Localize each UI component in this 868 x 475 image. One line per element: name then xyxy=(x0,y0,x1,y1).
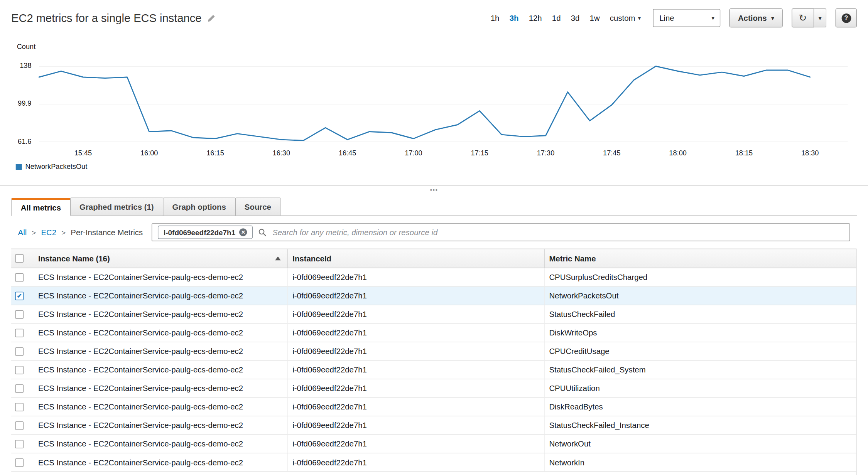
row-checkbox[interactable] xyxy=(15,366,24,374)
breadcrumb-item-all[interactable]: All xyxy=(18,228,27,237)
row-checkbox-cell xyxy=(11,361,34,379)
tab-graph-options[interactable]: Graph options xyxy=(163,197,236,216)
y-axis-tick-label: 99.9 xyxy=(6,99,32,107)
row-checkbox-cell xyxy=(11,305,34,323)
time-range-1h[interactable]: 1h xyxy=(491,13,500,22)
table-row[interactable]: ECS Instance - EC2ContainerService-paulg… xyxy=(11,398,856,416)
cell-instance-name: ECS Instance - EC2ContainerService-paulg… xyxy=(34,379,288,398)
time-range-group: 1h3h12h1d3d1w xyxy=(481,13,600,22)
edit-title-icon[interactable] xyxy=(207,14,216,22)
table-row[interactable]: ECS Instance - EC2ContainerService-paulg… xyxy=(11,361,856,379)
table-row[interactable]: ECS Instance - EC2ContainerService-paulg… xyxy=(11,435,856,453)
column-header-instance-name[interactable]: Instance Name (16) xyxy=(34,249,288,268)
table-body: ECS Instance - EC2ContainerService-paulg… xyxy=(11,268,856,475)
table-row[interactable]: ECS Instance - EC2ContainerService-paulg… xyxy=(11,453,856,472)
row-checkbox[interactable] xyxy=(15,440,24,448)
resize-handle-icon[interactable]: ••• xyxy=(0,186,868,194)
breadcrumb-item-ec2[interactable]: EC2 xyxy=(41,228,56,237)
cell-metric-name: StatusCheckFailed_System xyxy=(545,361,856,379)
row-checkbox[interactable] xyxy=(15,347,24,355)
actions-button[interactable]: Actions ▾ xyxy=(730,8,782,27)
cell-instance-id: i-0fd069eedf22de7h1 xyxy=(288,416,545,435)
table-row[interactable]: ECS Instance - EC2ContainerService-paulg… xyxy=(11,324,856,342)
row-checkbox-cell xyxy=(11,416,34,435)
table-row[interactable]: ECS Instance - EC2ContainerService-paulg… xyxy=(11,305,856,324)
table-row-partial xyxy=(11,472,856,475)
row-checkbox[interactable] xyxy=(15,328,24,337)
cell-instance-id: i-0fd069eedf22de7h1 xyxy=(288,398,545,416)
cell-instance-name: ECS Instance - EC2ContainerService-paulg… xyxy=(34,416,288,435)
table-row[interactable]: ECS Instance - EC2ContainerService-paulg… xyxy=(11,379,856,398)
row-checkbox-checked[interactable]: ✔ xyxy=(15,291,24,300)
x-axis-tick-label: 17:00 xyxy=(405,149,422,157)
x-axis-tick-label: 16:45 xyxy=(339,149,356,157)
cell-instance-id: i-0fd069eedf22de7h1 xyxy=(288,268,545,286)
time-range-3d[interactable]: 3d xyxy=(571,13,580,22)
row-checkbox[interactable] xyxy=(15,384,24,392)
tab-graphed-metrics-1[interactable]: Graphed metrics (1) xyxy=(70,197,163,216)
help-icon: ? xyxy=(841,13,851,23)
cell-metric-name: NetworkIn xyxy=(545,453,856,472)
row-checkbox[interactable] xyxy=(15,310,24,318)
page-title: EC2 metrics for a single ECS instance xyxy=(11,12,201,24)
filter-pill: i-0fd069eedf22de7h1 ✕ xyxy=(158,226,253,239)
cell-instance-id: i-0fd069eedf22de7h1 xyxy=(288,305,545,323)
cell-instance-name: ECS Instance - EC2ContainerService-paulg… xyxy=(34,398,288,416)
time-range-1d[interactable]: 1d xyxy=(552,13,561,22)
custom-range-dropdown[interactable]: custom ▾ xyxy=(610,13,641,22)
refresh-split-button: ↻ ▾ xyxy=(792,8,827,27)
legend-swatch xyxy=(16,163,22,170)
tab-all-metrics[interactable]: All metrics xyxy=(11,198,71,216)
breadcrumb-item-per-instance-metrics: Per-Instance Metrics xyxy=(71,228,143,237)
select-all-checkbox[interactable] xyxy=(15,254,24,263)
cell-metric-name: CPUSurplusCreditsCharged xyxy=(545,268,856,286)
chart-section: Count NetworkPacketsOut 13899.961.615:45… xyxy=(0,36,868,180)
table-row[interactable]: ECS Instance - EC2ContainerService-paulg… xyxy=(11,342,856,361)
cell-metric-name: DiskWriteOps xyxy=(545,324,856,342)
column-header-label: Instance Name (16) xyxy=(38,254,110,263)
time-range-1w[interactable]: 1w xyxy=(590,13,600,22)
cell-metric-name: DiskReadBytes xyxy=(545,398,856,416)
help-button[interactable]: ? xyxy=(836,8,857,27)
table-row[interactable]: ✔ECS Instance - EC2ContainerService-paul… xyxy=(11,287,856,305)
row-checkbox[interactable] xyxy=(15,273,24,281)
table-row[interactable]: ECS Instance - EC2ContainerService-paulg… xyxy=(11,268,856,287)
cell-instance-id: i-0fd069eedf22de7h1 xyxy=(288,287,545,305)
y-axis-tick-label: 138 xyxy=(6,62,32,69)
x-axis-tick-label: 16:15 xyxy=(206,149,224,157)
x-axis-tick-label: 18:00 xyxy=(669,149,687,157)
x-axis-tick-label: 18:30 xyxy=(801,149,819,157)
legend-item[interactable]: NetworkPacketsOut xyxy=(16,163,88,170)
time-range-3h[interactable]: 3h xyxy=(510,13,519,22)
refresh-button[interactable]: ↻ xyxy=(792,8,814,27)
cell-instance-name: ECS Instance - EC2ContainerService-paulg… xyxy=(34,361,288,379)
breadcrumb-separator-icon: > xyxy=(32,228,36,237)
x-axis-tick-label: 17:15 xyxy=(471,149,488,157)
column-header-instance-id[interactable]: InstanceId xyxy=(288,249,545,268)
refresh-options-button[interactable]: ▾ xyxy=(814,8,826,27)
search-input[interactable] xyxy=(272,228,844,237)
row-checkbox-cell xyxy=(11,435,34,453)
cell-metric-name: StatusCheckFailed xyxy=(545,305,856,323)
tab-source[interactable]: Source xyxy=(235,197,281,216)
chart-type-value: Line xyxy=(659,13,674,22)
time-range-12h[interactable]: 12h xyxy=(529,13,542,22)
chart-type-select[interactable]: Line ▾ xyxy=(653,9,721,27)
metrics-browser-bar: All>EC2>Per-Instance Metrics i-0fd069eed… xyxy=(11,216,857,248)
row-checkbox-cell xyxy=(11,379,34,398)
row-checkbox[interactable] xyxy=(15,421,24,430)
x-axis-tick-label: 18:15 xyxy=(735,149,753,157)
sort-ascending-icon xyxy=(275,256,281,260)
row-checkbox[interactable] xyxy=(15,403,24,411)
x-axis-tick-label: 15:45 xyxy=(74,149,92,157)
breadcrumb: All>EC2>Per-Instance Metrics xyxy=(18,228,143,237)
row-checkbox[interactable] xyxy=(15,458,24,467)
column-header-metric-name[interactable]: Metric Name xyxy=(545,249,856,268)
legend-label: NetworkPacketsOut xyxy=(25,163,87,170)
cell-instance-id: i-0fd069eedf22de7h1 xyxy=(288,453,545,472)
custom-range-label: custom xyxy=(610,13,635,22)
cell-instance-id: i-0fd069eedf22de7h1 xyxy=(288,361,545,379)
table-row[interactable]: ECS Instance - EC2ContainerService-paulg… xyxy=(11,416,856,435)
actions-label: Actions xyxy=(738,13,767,22)
remove-filter-icon[interactable]: ✕ xyxy=(239,228,247,236)
